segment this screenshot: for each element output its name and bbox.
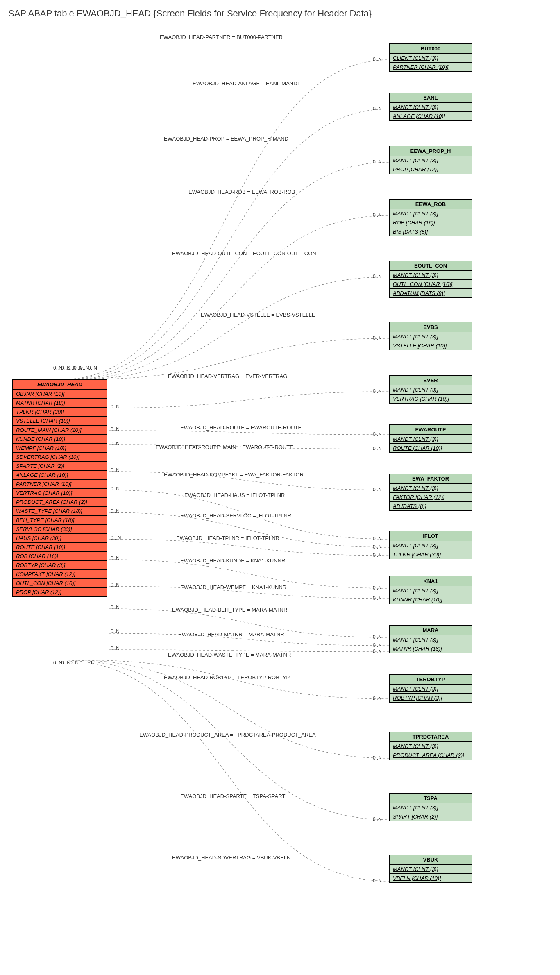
relation-label: EWAOBJD_HEAD-WEMPF = KNA1-KUNNR <box>180 584 286 590</box>
cardinality-right: 0..N <box>373 431 382 437</box>
entity-header: EEWA_PROP_H <box>390 146 472 156</box>
entity-field: VSTELLE [CHAR (10)] <box>13 417 107 426</box>
entity-field: WEMPF [CHAR (10)] <box>13 444 107 453</box>
ref-entity-eanl: EANLMANDT [CLNT (3)]ANLAGE [CHAR (10)] <box>389 93 472 121</box>
entity-header: TPRDCTAREA <box>390 732 472 742</box>
entity-header: EVER <box>390 376 472 385</box>
entity-header: TEROBTYP <box>390 675 472 685</box>
relation-label: EWAOBJD_HEAD-ROBTYP = TEROBTYP-ROBTYP <box>164 674 290 680</box>
entity-header: EOUTL_CON <box>390 261 472 271</box>
entity-field: ROBTYP [CHAR (3)] <box>390 694 472 702</box>
entity-field: FAKTOR [CHAR (12)] <box>390 493 472 502</box>
cardinality-right: 0..N <box>373 57 382 62</box>
entity-header: MARA <box>390 626 472 635</box>
entity-field: TPLNR [CHAR (30)] <box>390 550 472 559</box>
ref-entity-eewa_prop_h: EEWA_PROP_HMANDT [CLNT (3)]PROP [CHAR (1… <box>389 146 472 174</box>
entity-field: CLIENT [CLNT (3)] <box>390 54 472 63</box>
entity-field: ROBTYP [CHAR (3)] <box>13 561 107 570</box>
entity-field: PROP [CHAR (12)] <box>13 588 107 596</box>
cardinality-left: 1 <box>90 660 93 666</box>
entity-field: TPLNR [CHAR (30)] <box>13 408 107 417</box>
entity-field: PARTNER [CHAR (10)] <box>13 480 107 489</box>
entity-field: ROUTE [CHAR (10)] <box>390 444 472 452</box>
entity-header: VBUK <box>390 855 472 865</box>
entity-field: KUNNR [CHAR (10)] <box>390 595 472 604</box>
ref-entity-mara: MARAMANDT [CLNT (3)]MATNR [CHAR (18)] <box>389 625 472 653</box>
cardinality-left: 0..N <box>70 660 79 666</box>
entity-header: TSPA <box>390 794 472 803</box>
cardinality-right: 0..N <box>373 388 382 394</box>
cardinality-left: 0..N <box>61 660 70 666</box>
entity-field: MATNR [CHAR (18)] <box>13 399 107 408</box>
cardinality-right: 0..N <box>373 648 382 654</box>
entity-field: SDVERTRAG [CHAR (10)] <box>13 453 107 462</box>
cardinality-right: 0..N <box>373 552 382 558</box>
entity-field: PARTNER [CHAR (10)] <box>390 63 472 71</box>
relation-label: EWAOBJD_HEAD-SDVERTRAG = VBUK-VBELN <box>172 855 290 861</box>
main-entity: EWAOBJD_HEADOBJNR [CHAR (10)]MATNR [CHAR… <box>12 379 107 597</box>
cardinality-right: 0..N <box>373 335 382 341</box>
entity-field: ANLAGE [CHAR (10)] <box>13 471 107 480</box>
entity-field: MANDT [CLNT (3)] <box>390 742 472 751</box>
ref-entity-vbuk: VBUKMANDT [CLNT (3)]VBELN [CHAR (10)] <box>389 855 472 883</box>
relation-label: EWAOBJD_HEAD-KOMPFAKT = EWA_FAKTOR-FAKTO… <box>164 472 304 478</box>
entity-field: OBJNR [CHAR (10)] <box>13 390 107 399</box>
cardinality-left: 0..N <box>111 441 120 447</box>
entity-field: SPARTE [CHAR (2)] <box>13 462 107 471</box>
entity-field: BEH_TYPE [CHAR (18)] <box>13 516 107 525</box>
ref-entity-ever: EVERMANDT [CLNT (3)]VERTRAG [CHAR (10)] <box>389 375 472 404</box>
entity-header: EEWA_ROB <box>390 200 472 209</box>
relation-label: EWAOBJD_HEAD-HAUS = IFLOT-TPLNR <box>184 492 285 498</box>
er-diagram: EWAOBJD_HEADOBJNR [CHAR (10)]MATNR [CHAR… <box>8 27 552 969</box>
cardinality-left: 0..N <box>111 628 120 634</box>
entity-field: PRODUCT_AREA [CHAR (2)] <box>390 751 472 760</box>
cardinality-right: 0..N <box>373 446 382 451</box>
cardinality-left: 0..N <box>53 365 62 371</box>
cardinality-right: 0..N <box>373 544 382 550</box>
cardinality-left: 0..N <box>111 486 120 492</box>
cardinality-left: 0..N <box>111 605 120 610</box>
cardinality-right: 0..N <box>373 274 382 279</box>
entity-field: HAUS [CHAR (30)] <box>13 534 107 543</box>
relation-label: EWAOBJD_HEAD-ROUTE = EWAROUTE-ROUTE <box>180 424 302 431</box>
entity-header: EWAOBJD_HEAD <box>13 380 107 390</box>
ref-entity-kna1: KNA1MANDT [CLNT (3)]KUNNR [CHAR (10)] <box>389 576 472 604</box>
ref-entity-eoutl_con: EOUTL_CONMANDT [CLNT (3)]OUTL_CON [CHAR … <box>389 261 472 298</box>
entity-field: MANDT [CLNT (3)] <box>390 209 472 218</box>
entity-field: MATNR [CHAR (18)] <box>390 644 472 653</box>
entity-field: ROB [CHAR (16)] <box>13 552 107 561</box>
relation-label: EWAOBJD_HEAD-ANLAGE = EANL-MANDT <box>193 80 301 86</box>
entity-field: AB [DATS (8)] <box>390 502 472 510</box>
cardinality-left: 0..N <box>53 660 62 666</box>
entity-header: BUT000 <box>390 44 472 54</box>
entity-field: VSTELLE [CHAR (10)] <box>390 341 472 350</box>
cardinality-right: 0..N <box>373 595 382 601</box>
entity-header: KNA1 <box>390 576 472 586</box>
entity-header: EWAROUTE <box>390 425 472 435</box>
entity-header: EVBS <box>390 322 472 332</box>
relation-label: EWAOBJD_HEAD-PROP = EEWA_PROP_H-MANDT <box>164 136 292 142</box>
ref-entity-tprdctarea: TPRDCTAREAMANDT [CLNT (3)]PRODUCT_AREA [… <box>389 732 472 760</box>
cardinality-left: 0..N <box>111 556 120 561</box>
cardinality-left: 0..N <box>111 404 120 410</box>
cardinality-left: 0..N <box>111 508 120 514</box>
entity-field: KUNDE [CHAR (10)] <box>13 435 107 444</box>
cardinality-left: 0..N <box>111 467 120 473</box>
cardinality-right: 0..N <box>373 106 382 111</box>
relation-label: EWAOBJD_HEAD-SERVLOC = IFLOT-TPLNR <box>180 512 291 519</box>
entity-field: MANDT [CLNT (3)] <box>390 271 472 280</box>
relation-label: EWAOBJD_HEAD-PRODUCT_AREA = TPRDCTAREA-P… <box>139 732 316 738</box>
cardinality-left: 0..:N <box>111 535 121 541</box>
relation-label: EWAOBJD_HEAD-ROUTE_MAIN = EWAROUTE-ROUTE <box>156 444 293 450</box>
cardinality-right: 0..N <box>373 536 382 542</box>
entity-field: VERTRAG [CHAR (10)] <box>390 395 472 403</box>
ref-entity-iflot: IFLOTMANDT [CLNT (3)]TPLNR [CHAR (30)] <box>389 531 472 559</box>
cardinality-left: 0..N <box>111 582 120 588</box>
relation-label: EWAOBJD_HEAD-TPLNR = IFLOT-TPLNR <box>176 535 279 541</box>
relation-label: EWAOBJD_HEAD-VERTRAG = EVER-VERTRAG <box>168 373 287 379</box>
entity-field: MANDT [CLNT (3)] <box>390 541 472 550</box>
entity-field: OUTL_CON [CHAR (10)] <box>390 280 472 289</box>
entity-field: OUTL_CON [CHAR (10)] <box>13 579 107 588</box>
entity-field: MANDT [CLNT (3)] <box>390 103 472 112</box>
entity-field: ROUTE [CHAR (10)] <box>13 543 107 552</box>
